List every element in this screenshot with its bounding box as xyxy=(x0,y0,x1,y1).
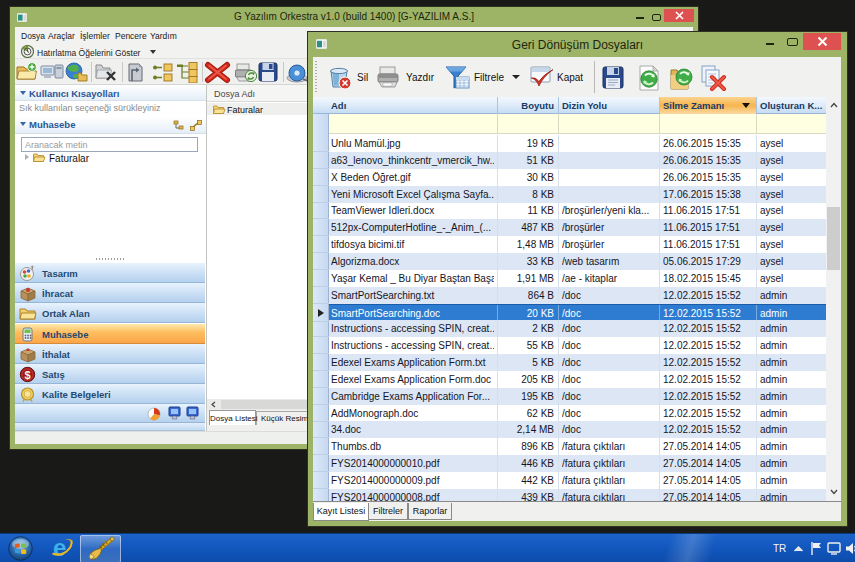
svg-text:$: $ xyxy=(24,369,30,381)
svg-text:e: e xyxy=(53,536,66,561)
